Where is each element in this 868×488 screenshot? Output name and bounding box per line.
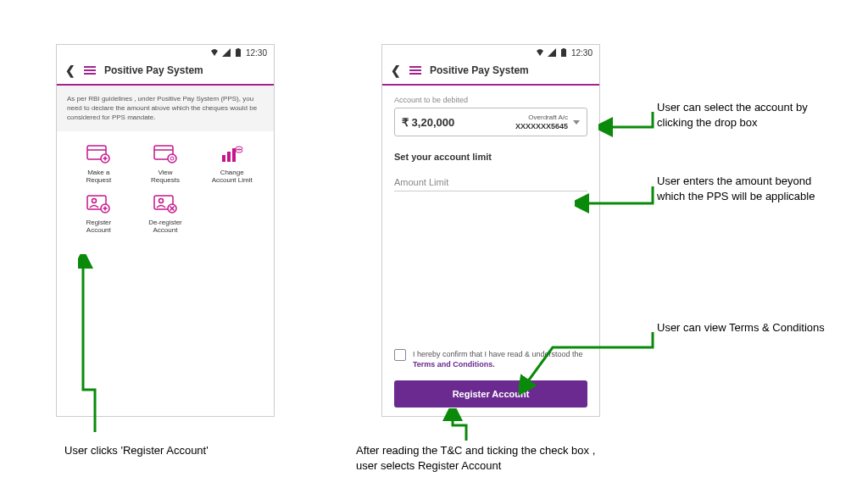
status-bar: 12:30: [382, 45, 599, 58]
arrow-to-register: [78, 254, 112, 441]
menu-icon[interactable]: [409, 66, 421, 75]
battery-icon: [234, 48, 242, 57]
page-title: Positive Pay System: [430, 64, 529, 76]
svg-rect-11: [222, 155, 225, 162]
terms-link[interactable]: Terms and Conditions.: [413, 360, 495, 369]
status-time: 12:30: [571, 48, 593, 58]
svg-rect-1: [236, 48, 239, 49]
svg-rect-27: [562, 48, 565, 49]
svg-rect-0: [236, 49, 241, 57]
arrow-to-dropdown: [598, 110, 658, 144]
page-title: Positive Pay System: [104, 64, 203, 76]
grid-label: De-register Account: [148, 219, 182, 235]
back-icon[interactable]: ❮: [65, 64, 75, 77]
app-header: ❮ Positive Pay System: [382, 58, 599, 86]
annotation-view-tc: User can view Terms & Conditions: [657, 320, 826, 336]
battery-icon: [559, 48, 568, 57]
grid-label: Register Account: [86, 219, 111, 235]
amount-limit-input[interactable]: [394, 175, 587, 191]
svg-rect-13: [232, 148, 236, 162]
chevron-down-icon: [573, 120, 580, 125]
wifi-icon: [536, 48, 544, 57]
dropdown-account-info: Overdraft A/c XXXXXXX5645: [515, 114, 568, 130]
annotation-select-account: User can select the account by clicking …: [657, 100, 826, 130]
signal-icon: [548, 48, 556, 57]
signal-icon: [222, 48, 231, 57]
terms-checkbox[interactable]: [394, 349, 406, 361]
annotation-after-tc: After reading the T&C and ticking the ch…: [356, 443, 610, 473]
change-limit-button[interactable]: Change Account Limit: [198, 145, 265, 185]
annotation-enter-amount: User enters the amount beyond which the …: [657, 174, 835, 203]
svg-rect-12: [227, 152, 231, 162]
app-header: ❮ Positive Pay System: [57, 58, 274, 86]
grid-label: Change Account Limit: [212, 169, 253, 185]
view-icon: [153, 145, 177, 164]
arrow-to-tc: [519, 330, 658, 398]
arrow-to-amount-input: [575, 185, 658, 219]
status-time: 12:30: [246, 48, 267, 58]
svg-point-17: [92, 198, 97, 202]
svg-point-9: [168, 154, 176, 163]
register-icon: [86, 195, 110, 214]
deregister-icon: [153, 195, 177, 214]
info-text: As per RBI guidelines , under Positive P…: [57, 86, 274, 131]
request-icon: [86, 145, 110, 164]
svg-point-22: [159, 198, 163, 202]
view-requests-button[interactable]: View Requests: [132, 145, 199, 185]
make-request-button[interactable]: Make a Request: [65, 145, 132, 185]
register-account-button[interactable]: Register Account: [65, 195, 132, 235]
grid-label: Make a Request: [86, 169, 111, 185]
annotation-register-click: User clicks 'Register Account': [64, 443, 209, 458]
menu-icon[interactable]: [84, 66, 96, 75]
account-label: Account to be debited: [394, 96, 587, 104]
grid-label: View Requests: [151, 169, 180, 185]
arrow-to-cta: [441, 408, 509, 442]
status-bar: 12:30: [57, 45, 274, 58]
wifi-icon: [210, 48, 219, 57]
action-grid: Make a Request View Requests Change Acco…: [57, 131, 274, 248]
dropdown-amount: ₹ 3,20,000: [402, 116, 454, 129]
limit-icon: [220, 145, 244, 164]
svg-rect-26: [561, 49, 566, 57]
form-body: Account to be debited ₹ 3,20,000 Overdra…: [382, 86, 599, 191]
account-dropdown[interactable]: ₹ 3,20,000 Overdraft A/c XXXXXXX5645: [394, 108, 587, 136]
limit-section-title: Set your account limit: [394, 152, 587, 162]
deregister-account-button[interactable]: De-register Account: [132, 195, 199, 235]
back-icon[interactable]: ❮: [391, 64, 401, 77]
